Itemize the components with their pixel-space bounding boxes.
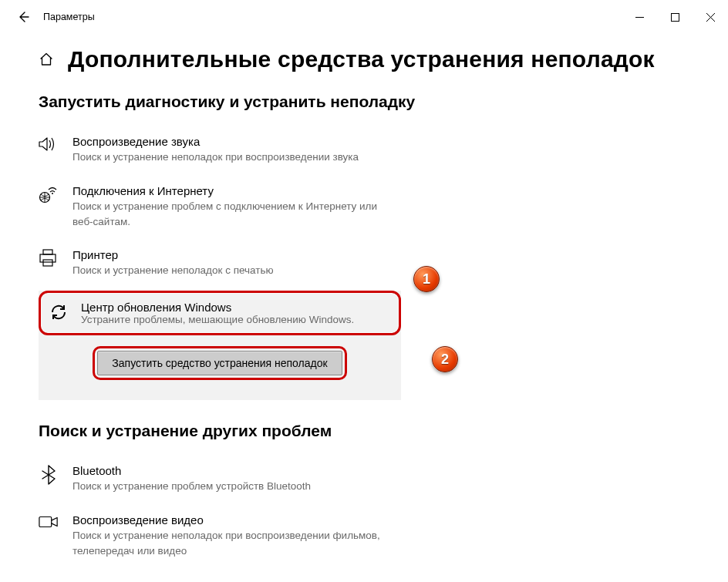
troubleshooter-desc: Устраните проблемы, мешающие обновлению … — [81, 314, 354, 325]
minimize-button[interactable] — [622, 5, 657, 29]
sync-icon — [49, 301, 69, 322]
troubleshooter-label: Подключения к Интернету — [72, 183, 396, 199]
section-title-diagnose: Запустить диагностику и устранить непола… — [39, 93, 689, 111]
title-bar: Параметры — [0, 0, 728, 34]
svg-rect-9 — [39, 516, 52, 526]
wifi-globe-icon — [39, 183, 59, 204]
troubleshooter-windows-update[interactable]: Центр обновления Windows Устраните пробл… — [39, 291, 401, 335]
run-troubleshooter-button[interactable]: Запустить средство устранения неполадок — [97, 351, 342, 375]
bluetooth-icon — [39, 463, 59, 485]
troubleshooter-desc: Поиск и устранение неполадок при воспрои… — [72, 528, 396, 558]
back-button[interactable] — [6, 0, 40, 34]
troubleshooter-desc: Поиск и устранение проблем с подключение… — [72, 199, 396, 229]
svg-rect-7 — [40, 254, 56, 262]
printer-icon — [39, 247, 59, 267]
troubleshooter-audio[interactable]: Воспроизведение звука Поиск и устранение… — [39, 128, 689, 177]
troubleshooter-printer[interactable]: Принтер Поиск и устранение неполадок с п… — [39, 241, 689, 291]
section-title-other: Поиск и устранение других проблем — [39, 422, 689, 440]
maximize-icon — [671, 13, 679, 22]
troubleshooter-label: Bluetooth — [72, 463, 311, 479]
video-camera-icon — [39, 513, 59, 530]
minimize-icon — [635, 13, 644, 22]
annotation-callout-1: 1 — [413, 266, 440, 292]
troubleshooter-video-playback[interactable]: Воспроизведение видео Поиск и устранение… — [39, 506, 689, 570]
svg-point-5 — [52, 193, 53, 194]
close-button[interactable] — [693, 5, 728, 29]
window-title: Параметры — [43, 12, 95, 22]
home-button[interactable] — [39, 52, 54, 67]
svg-rect-1 — [671, 13, 679, 21]
page-content: Дополнительные средства устранения непол… — [0, 46, 728, 570]
annotation-callout-2: 2 — [432, 346, 458, 372]
troubleshooter-desc: Поиск и устранение проблем устройств Blu… — [72, 479, 311, 494]
home-icon — [39, 52, 54, 67]
maximize-button[interactable] — [657, 5, 693, 29]
arrow-left-icon — [17, 11, 29, 23]
troubleshooter-internet[interactable]: Подключения к Интернету Поиск и устранен… — [39, 177, 689, 241]
troubleshooter-label: Воспроизведение звука — [72, 134, 359, 150]
page-title: Дополнительные средства устранения непол… — [68, 46, 655, 72]
troubleshooter-label: Центр обновления Windows — [81, 301, 354, 314]
troubleshooter-label: Воспроизведение видео — [72, 513, 396, 528]
page-heading-row: Дополнительные средства устранения непол… — [39, 46, 689, 72]
run-button-highlight: Запустить средство устранения неполадок — [93, 346, 346, 380]
troubleshooter-selected-block: Центр обновления Windows Устраните пробл… — [39, 291, 401, 400]
svg-rect-8 — [43, 260, 52, 266]
troubleshooter-label: Принтер — [72, 247, 274, 263]
speaker-icon — [39, 134, 59, 153]
troubleshooter-desc: Поиск и устранение неполадок с печатью — [72, 263, 274, 278]
svg-rect-6 — [43, 250, 52, 254]
close-icon — [706, 13, 715, 22]
troubleshooter-bluetooth[interactable]: Bluetooth Поиск и устранение проблем уст… — [39, 457, 689, 506]
window-controls — [622, 5, 728, 29]
troubleshooter-desc: Поиск и устранение неполадок при воспрои… — [72, 150, 359, 165]
